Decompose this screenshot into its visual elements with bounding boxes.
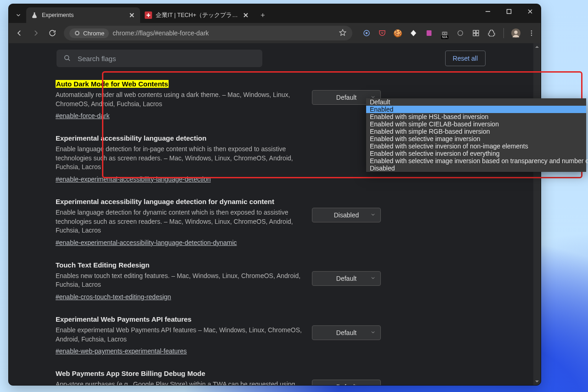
- flag-description: Enable language detection for in-page co…: [56, 145, 304, 172]
- chevron-down-icon: [370, 383, 376, 385]
- circle-icon[interactable]: [454, 27, 467, 40]
- flags-header: Reset all: [64, 43, 486, 74]
- flag-description: Enable language detection for dynamic co…: [56, 208, 304, 235]
- search-input[interactable]: [77, 54, 256, 63]
- cookie-icon[interactable]: 🍪: [391, 27, 404, 40]
- flag-hash-link[interactable]: #enable-experimental-accessibility-langu…: [56, 176, 211, 183]
- tab-experiments[interactable]: Experiments: [26, 7, 140, 23]
- flag-title: Auto Dark Mode for Web Contents: [56, 80, 304, 88]
- reset-all-button[interactable]: Reset all: [445, 51, 486, 66]
- maximize-button[interactable]: [498, 4, 520, 19]
- flag-description: App-store purchases (e.g., Google Play S…: [56, 380, 304, 385]
- pocket-icon[interactable]: [376, 27, 389, 40]
- diamond-icon[interactable]: [407, 27, 420, 40]
- new-tab-button[interactable]: [256, 8, 270, 22]
- flag-dropdown-menu[interactable]: DefaultEnabledEnabled with simple HSL-ba…: [366, 98, 586, 172]
- svg-point-17: [531, 30, 532, 31]
- svg-rect-6: [427, 30, 432, 36]
- close-icon[interactable]: [242, 11, 249, 19]
- flag-select[interactable]: Default: [312, 325, 381, 340]
- svg-point-10: [458, 31, 463, 36]
- kebab-menu-button[interactable]: [525, 27, 538, 40]
- page-content: Reset all Auto Dark Mode for Web Content…: [9, 43, 541, 385]
- omnibox[interactable]: Chrome chrome://flags/#enable-force-dark: [64, 26, 352, 40]
- separator: [503, 28, 504, 38]
- flag-hash-link[interactable]: #enable-experimental-accessibility-langu…: [56, 239, 237, 246]
- forward-button[interactable]: [28, 25, 44, 41]
- dropdown-option[interactable]: Enabled with simple HSL-based inversion: [366, 113, 586, 120]
- flag-select-value: Default: [336, 275, 356, 282]
- minimize-button[interactable]: [477, 4, 498, 19]
- svg-point-5: [366, 32, 368, 34]
- scroll-up-icon[interactable]: [533, 43, 541, 51]
- search-flags-field[interactable]: [57, 50, 262, 67]
- tab-techplus[interactable]: 企業IT | TECH+（テックプラス）: [140, 7, 254, 23]
- svg-rect-14: [476, 34, 479, 36]
- chevron-down-icon: [370, 211, 376, 219]
- dropdown-option[interactable]: Enabled: [366, 106, 586, 113]
- dropdown-option[interactable]: Enabled with selective image inversion: [366, 135, 586, 142]
- plus-box-icon: [145, 11, 152, 19]
- flag-row: Web Payments App Store Billing Debug Mod…: [56, 363, 486, 385]
- tab-dropdown-button[interactable]: [11, 7, 26, 23]
- svg-rect-1: [507, 10, 511, 14]
- chevron-down-icon: [370, 275, 376, 282]
- dropdown-option[interactable]: Enabled with selective inversion of non-…: [366, 142, 586, 150]
- chevron-down-icon: [370, 329, 376, 336]
- flag-description: Enable experimental Web Payments API fea…: [56, 326, 304, 344]
- flask-icon: [31, 11, 38, 19]
- tab-title: Experiments: [42, 12, 124, 18]
- star-icon[interactable]: [339, 28, 347, 38]
- robot-icon[interactable]: N/A: [438, 27, 451, 40]
- flag-row: Experimental Web Payments API featuresEn…: [56, 309, 486, 363]
- grid-icon[interactable]: [469, 27, 482, 40]
- flag-hash-link[interactable]: #enable-force-dark: [56, 112, 110, 119]
- svg-point-8: [443, 33, 444, 34]
- extension-icon[interactable]: [360, 27, 373, 40]
- flag-title: Touch Text Editing Redesign: [56, 261, 304, 269]
- window-caption-buttons: [477, 4, 541, 19]
- flag-select[interactable]: Disabled: [312, 208, 381, 222]
- flag-row: Experimental accessibility language dete…: [56, 191, 486, 255]
- extensions-button[interactable]: [485, 27, 498, 40]
- dropdown-option[interactable]: Enabled with selective inversion of ever…: [366, 150, 586, 157]
- svg-point-20: [65, 55, 69, 59]
- na-badge: N/A: [441, 35, 448, 39]
- flag-hash-link[interactable]: #enable-cros-touch-text-editing-redesign: [56, 293, 171, 301]
- flag-title: Experimental accessibility language dete…: [56, 134, 304, 142]
- toolbar: Chrome chrome://flags/#enable-force-dark…: [9, 23, 541, 43]
- scrollbar[interactable]: [533, 43, 541, 385]
- close-icon[interactable]: [128, 11, 136, 19]
- flag-select[interactable]: Default: [312, 380, 381, 385]
- dropdown-option[interactable]: Enabled with selective image inversion b…: [366, 157, 586, 165]
- svg-rect-11: [473, 30, 475, 33]
- flag-title: Experimental accessibility language dete…: [56, 198, 304, 205]
- dropdown-option[interactable]: Disabled: [366, 165, 586, 172]
- svg-rect-12: [476, 30, 479, 33]
- scroll-down-icon[interactable]: [533, 378, 541, 385]
- back-button[interactable]: [11, 25, 27, 41]
- dropdown-option[interactable]: Default: [366, 98, 586, 106]
- flag-select-value: Default: [336, 383, 356, 385]
- svg-point-16: [514, 31, 517, 34]
- flag-select-value: Default: [336, 94, 356, 101]
- svg-point-18: [531, 33, 532, 34]
- note-icon[interactable]: [423, 27, 435, 40]
- reload-button[interactable]: [45, 25, 60, 41]
- dropdown-option[interactable]: Enabled with simple CIELAB-based inversi…: [366, 120, 586, 128]
- flag-hash-link[interactable]: #enable-web-payments-experimental-featur…: [56, 347, 187, 355]
- tab-strip: Experiments 企業IT | TECH+（テックプラス）: [9, 4, 541, 23]
- tab-title: 企業IT | TECH+（テックプラス）: [156, 11, 238, 19]
- flag-select-value: Default: [336, 329, 356, 336]
- flag-description: Automatically render all web contents us…: [56, 91, 304, 108]
- svg-rect-13: [473, 34, 475, 36]
- svg-point-9: [445, 33, 447, 34]
- close-button[interactable]: [520, 4, 541, 19]
- browser-window: Experiments 企業IT | TECH+（テックプラス） Chrome: [8, 4, 541, 386]
- flag-title: Experimental Web Payments API features: [56, 315, 304, 323]
- dropdown-option[interactable]: Enabled with simple RGB-based inversion: [366, 128, 586, 135]
- svg-point-3: [76, 32, 79, 34]
- search-icon: [63, 54, 71, 63]
- flag-select[interactable]: Default: [312, 271, 381, 286]
- profile-avatar[interactable]: [509, 27, 522, 40]
